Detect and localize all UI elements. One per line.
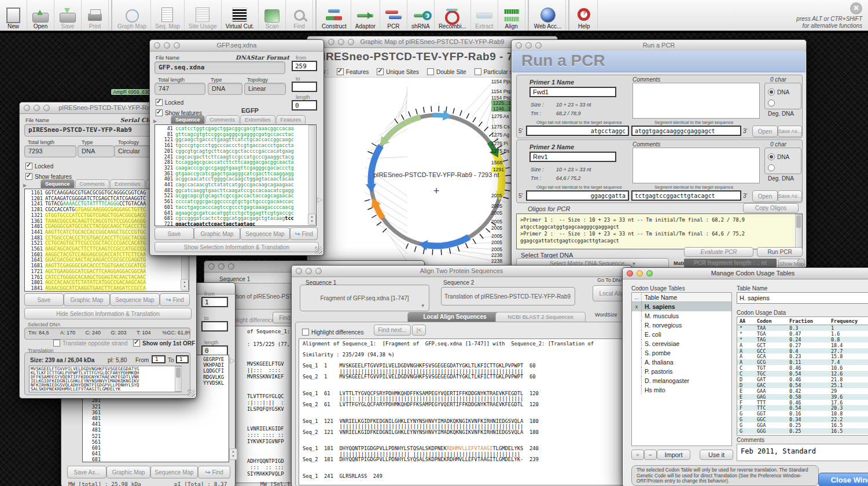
disclosure-arrow[interactable]: ▶ xyxy=(23,183,27,188)
codon-row[interactable]: AGCC0.427.7 xyxy=(737,348,868,354)
sequence2-field[interactable]: Translation of pIRESneo-PSTCD-TEV-YFP-Ra… xyxy=(441,287,575,305)
saveas-primer1-button[interactable]: Save As... xyxy=(778,126,802,137)
copy-oligos-button[interactable]: Copy Oligos xyxy=(743,203,799,213)
toolbar-save-button[interactable]: Save xyxy=(54,0,82,31)
sequence-spinner[interactable]: ▴▾ xyxy=(229,448,237,460)
toolbar-web-acc-button[interactable]: Web Acc... xyxy=(530,0,567,31)
translation-to-field[interactable] xyxy=(176,355,189,363)
highlight-differences-checkbox[interactable]: Highlight differences xyxy=(302,326,363,337)
to-field[interactable] xyxy=(292,82,317,92)
codon-titlebar[interactable]: Manage Codon Usage Tables xyxy=(623,268,868,279)
codon-table-item[interactable]: A. thaliana xyxy=(632,358,731,367)
sequence1-dropdown[interactable]: Fragment of GFP.seq.xdna [1-747] ▾ xyxy=(300,285,429,311)
show-selection-button[interactable]: Show Selection Information & Translation xyxy=(155,242,319,252)
sequence-spinner[interactable]: ▴▾ xyxy=(308,213,316,225)
toolbar-help-button[interactable]: Help xyxy=(571,0,598,31)
length-field[interactable] xyxy=(292,100,317,111)
pcr-titlebar[interactable]: Run a PCR xyxy=(512,40,806,51)
dna-sequence-area[interactable]: 41ccatcctggtcgagctggacggcgacgtaaacggccac… xyxy=(155,124,317,226)
close-toolbar-icon[interactable]: ✕ xyxy=(850,2,862,14)
deg-dna-radio[interactable]: Deg. DNA xyxy=(768,162,801,183)
tab-ncbi-blast[interactable]: NCBI BLAST 2 Sequences xyxy=(495,312,586,322)
codon-row[interactable]: AGCG0.117.4 xyxy=(737,359,868,365)
tab-sequence[interactable]: Sequence xyxy=(41,179,75,188)
map-checkbox-unique-sites[interactable]: Unique Sites xyxy=(377,66,419,76)
toolbar-pcr-button[interactable]: PCR xyxy=(380,0,407,31)
primer2-tail-field[interactable] xyxy=(526,190,629,201)
find-button[interactable]: ↪Find xyxy=(290,227,318,240)
primer2-name-field[interactable] xyxy=(529,152,616,162)
tab-extremities[interactable]: Extremities xyxy=(110,179,145,188)
zoom-button[interactable] xyxy=(228,263,234,270)
alignment-result-area[interactable]: Alignment of Sequence_1: [Fragment of GF… xyxy=(299,338,626,485)
sequence-map-button[interactable]: Sequence Map xyxy=(110,293,160,306)
run-pcr-button[interactable]: Run PCR xyxy=(757,247,803,257)
scroll-right-arrow[interactable]: ▷ xyxy=(317,195,323,204)
sequence-map-button[interactable]: Sequence Map xyxy=(240,227,290,240)
toolbar-virtual-cut-button[interactable]: Virtual Cut. xyxy=(222,0,259,31)
primer2-segment-field[interactable] xyxy=(631,190,741,201)
toolbar-graph-map-button[interactable]: Graph Map xyxy=(113,0,151,31)
codon-row[interactable]: FTTT0.4617.6 xyxy=(737,400,868,406)
translate-opposite-checkbox[interactable]: Translate opposite strand xyxy=(53,337,127,348)
primer1-tail-field[interactable] xyxy=(526,126,629,136)
protein-translation-area[interactable]: MVSKGEELFTGVVPILVELDGDVNGHKFSVSGEGEGDATY… xyxy=(29,366,182,392)
tab-features[interactable]: Features xyxy=(276,115,306,124)
import-button[interactable]: Import xyxy=(657,450,690,460)
align-titlebar[interactable]: Align Two Protein Sequences xyxy=(292,266,631,277)
toolbar-scan-button[interactable]: Scan xyxy=(259,0,286,31)
remove-table-button[interactable]: − xyxy=(644,450,657,460)
codon-row[interactable]: CTGC0.5412.6 xyxy=(737,371,868,377)
toolbar-site-usage-button[interactable]: Site Usage xyxy=(185,0,222,31)
from-field[interactable] xyxy=(201,297,228,307)
toolbar-align-button[interactable]: Align xyxy=(498,0,525,31)
scroll-right-arrow[interactable]: ▷ xyxy=(230,356,236,365)
toolbar-shrna-button[interactable]: shRNA xyxy=(407,0,435,31)
codon-row[interactable]: EGAG0.5839.6 xyxy=(737,394,868,400)
toolbar-find-button[interactable]: Find xyxy=(286,0,313,31)
disclosure-arrow[interactable]: ▶ xyxy=(153,119,157,124)
graphic-map-button[interactable]: Graphic Map xyxy=(194,227,240,240)
find-next-button[interactable]: Find next... xyxy=(374,325,411,336)
codon-table-item[interactable]: R. norvegicus xyxy=(632,321,731,330)
codon-row[interactable]: AGCA0.2315.8 xyxy=(737,354,868,359)
codon-row[interactable]: AGCT0.2718.4 xyxy=(737,343,868,348)
to-field[interactable] xyxy=(201,321,228,332)
tab-extremities[interactable]: Extremities xyxy=(240,115,275,124)
toolbar-adaptor-button[interactable]: Adaptor xyxy=(351,0,380,31)
save-button[interactable]: Save xyxy=(155,227,194,240)
locked-checkbox[interactable]: Locked xyxy=(156,97,183,107)
toolbar-extract-button[interactable]: Extract xyxy=(471,0,498,31)
tab-comments[interactable]: Comments xyxy=(205,115,240,124)
translation-from-field[interactable] xyxy=(152,355,165,363)
find-button[interactable]: ↪Find xyxy=(160,293,190,306)
resize-handle[interactable] xyxy=(315,246,322,254)
save-button[interactable]: Save xyxy=(24,293,64,306)
codon-row[interactable]: *TAG0.240.8 xyxy=(737,337,868,343)
codon-table-item[interactable]: E. coli xyxy=(632,330,731,339)
codon-row[interactable]: *TGA0.471.6 xyxy=(737,331,868,337)
resize-handle[interactable] xyxy=(797,259,805,267)
codon-row[interactable]: GGGA0.2516.5 xyxy=(737,422,868,428)
gfp-titlebar[interactable]: GFP.seq.xdna xyxy=(150,40,323,51)
sequence-map-button[interactable]: Sequence Map xyxy=(150,466,198,478)
codon-table-item[interactable]: xH. sapiens xyxy=(632,302,731,311)
map-checkbox-features[interactable]: Features xyxy=(337,66,369,76)
toolbar-print-button[interactable]: Print xyxy=(82,0,109,31)
hide-selection-button[interactable]: Hide Selection Information & Translation xyxy=(24,308,192,319)
minimize-button[interactable] xyxy=(218,263,225,270)
save-as-button[interactable]: Save As... xyxy=(67,466,106,478)
codon-table-item[interactable]: M. musculus xyxy=(632,311,731,321)
codon-row[interactable]: GGGG0.2516.5 xyxy=(737,428,868,434)
toolbar-recombi-button[interactable]: Recombi... xyxy=(435,0,471,31)
primer1-comments[interactable] xyxy=(632,83,760,119)
dna-radio[interactable]: DNA xyxy=(768,151,789,161)
tab-comments[interactable]: Comments xyxy=(75,179,110,188)
tab-local-align[interactable]: Local Align Sequences xyxy=(407,312,502,322)
toolbar-construct-button[interactable]: Construct xyxy=(318,0,351,31)
from-field[interactable] xyxy=(292,61,317,71)
primer1-name-field[interactable] xyxy=(529,87,616,97)
resize-handle[interactable] xyxy=(187,389,195,397)
find-button[interactable]: ↪Find xyxy=(198,466,230,478)
codon-row[interactable]: GGGT0.1610.8 xyxy=(737,411,868,417)
